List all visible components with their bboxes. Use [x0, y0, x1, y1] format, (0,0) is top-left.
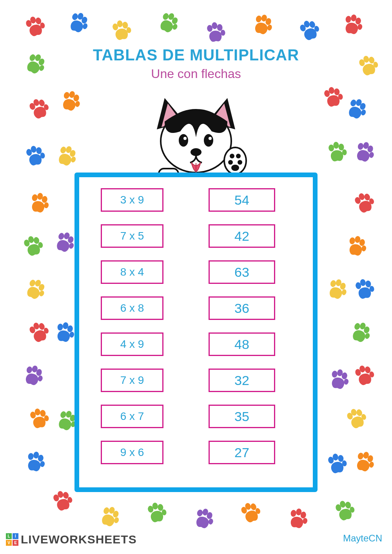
question-box[interactable]: 3 x 9 — [101, 188, 163, 212]
paw-icon — [203, 21, 228, 45]
svg-point-143 — [40, 461, 45, 467]
svg-point-23 — [267, 24, 272, 31]
paw-icon — [350, 362, 378, 390]
svg-point-147 — [368, 461, 374, 468]
svg-point-108 — [57, 323, 64, 331]
svg-point-111 — [69, 331, 74, 338]
question-box[interactable]: 7 x 9 — [101, 369, 163, 392]
question-box[interactable]: 6 x 7 — [101, 405, 163, 428]
paw-icon — [22, 143, 48, 169]
svg-point-182 — [204, 134, 213, 147]
paw-icon — [52, 142, 81, 171]
paw-icon — [21, 13, 49, 41]
paw-icon — [51, 320, 77, 346]
page-title: TABLAS DE MULTIPLICAR — [0, 46, 392, 64]
answer-box[interactable]: 48 — [209, 332, 275, 356]
answer-box[interactable]: 27 — [209, 441, 275, 464]
svg-point-51 — [74, 100, 80, 107]
paw-icon — [319, 84, 346, 111]
answer-box[interactable]: 35 — [209, 405, 275, 428]
svg-point-40 — [350, 99, 357, 107]
svg-point-127 — [343, 378, 349, 385]
svg-point-185 — [191, 148, 201, 156]
svg-point-190 — [236, 154, 241, 158]
svg-point-72 — [31, 194, 38, 202]
question-box[interactable]: 9 x 6 — [101, 441, 163, 464]
svg-point-183 — [183, 137, 187, 140]
paw-icon — [346, 318, 375, 347]
brand-icon: L I V E — [6, 533, 18, 546]
paw-icon — [24, 318, 53, 347]
paw-icon — [350, 448, 378, 476]
paw-icon — [22, 449, 48, 475]
svg-point-175 — [302, 518, 308, 524]
brand-text: LIVEWORKSHEETS — [21, 533, 137, 546]
answer-box[interactable]: 32 — [209, 369, 275, 392]
svg-point-20 — [255, 15, 262, 23]
svg-point-191 — [228, 160, 233, 165]
svg-point-189 — [230, 154, 234, 158]
svg-point-31 — [357, 24, 363, 30]
paw-icon — [342, 405, 371, 434]
svg-point-132 — [60, 411, 67, 419]
questions-column: 3 x 97 x 58 x 46 x 84 x 97 x 96 x 79 x 6 — [101, 188, 163, 464]
svg-point-172 — [290, 509, 297, 517]
question-box[interactable]: 8 x 4 — [101, 260, 163, 284]
svg-point-28 — [345, 15, 352, 23]
paw-icon — [343, 233, 369, 260]
paw-icon — [25, 406, 52, 432]
page-subtitle: Une con flechas — [0, 67, 392, 81]
question-box[interactable]: 7 x 5 — [101, 224, 163, 248]
svg-point-100 — [330, 280, 337, 287]
svg-point-88 — [349, 237, 356, 245]
paw-icon — [19, 232, 47, 260]
paw-icon — [323, 451, 350, 477]
paw-icon — [248, 11, 276, 39]
svg-point-116 — [26, 366, 33, 374]
paw-icon — [339, 12, 365, 38]
paw-icon — [143, 500, 169, 526]
svg-point-144 — [357, 452, 364, 460]
svg-point-103 — [341, 289, 347, 296]
paw-icon — [19, 362, 47, 390]
svg-point-124 — [331, 370, 338, 378]
answer-box[interactable]: 63 — [209, 260, 275, 284]
svg-point-184 — [209, 137, 212, 140]
author-label: MayteCN — [343, 533, 382, 544]
answers-column: 5442633648323527 — [209, 188, 275, 464]
answer-box[interactable]: 42 — [209, 224, 275, 248]
svg-point-75 — [44, 202, 49, 209]
svg-point-56 — [357, 142, 364, 150]
paw-icon — [342, 95, 371, 124]
paw-icon — [330, 497, 358, 525]
svg-point-156 — [103, 507, 110, 515]
svg-point-59 — [368, 151, 374, 158]
paw-icon — [284, 506, 310, 532]
paw-icon — [48, 487, 76, 515]
paw-icon — [325, 367, 352, 393]
paw-icon — [325, 140, 349, 165]
paw-icon — [350, 189, 379, 218]
paw-icon — [153, 8, 183, 38]
svg-point-112 — [354, 322, 361, 331]
svg-point-48 — [63, 91, 70, 99]
svg-point-84 — [58, 232, 65, 240]
svg-point-167 — [208, 518, 214, 525]
svg-point-64 — [60, 146, 67, 154]
paw-icon — [20, 274, 50, 305]
paw-icon — [25, 190, 52, 216]
paw-icon — [350, 138, 378, 166]
paw-icon — [295, 16, 324, 45]
answer-box[interactable]: 36 — [209, 296, 275, 320]
question-box[interactable]: 6 x 8 — [101, 296, 163, 320]
svg-point-140 — [27, 452, 34, 460]
svg-point-193 — [231, 165, 239, 171]
svg-point-164 — [196, 509, 203, 517]
paw-icon — [108, 18, 134, 44]
answer-box[interactable]: 54 — [209, 188, 275, 212]
svg-point-181 — [179, 134, 188, 147]
paw-icon — [95, 503, 124, 532]
dog-illustration — [137, 90, 255, 180]
brand-logo: L I V E LIVEWORKSHEETS — [6, 533, 137, 546]
question-box[interactable]: 4 x 9 — [101, 332, 163, 356]
